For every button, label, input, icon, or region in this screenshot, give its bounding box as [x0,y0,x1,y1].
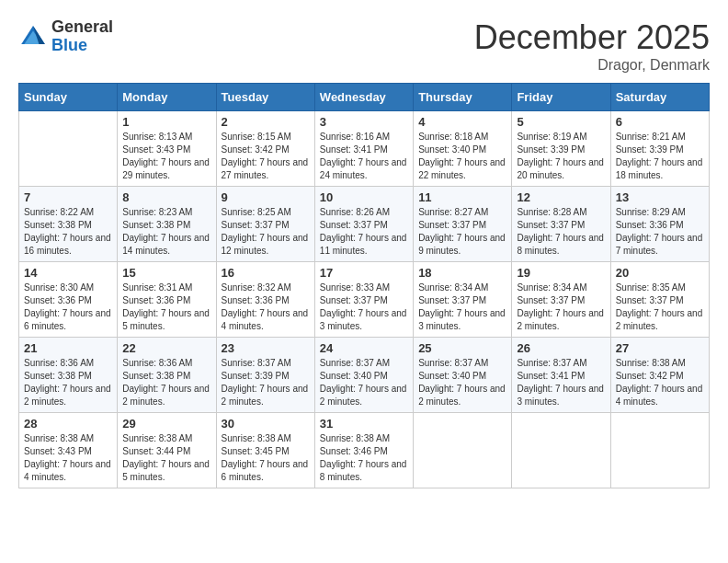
col-header-thursday: Thursday [414,84,512,111]
day-number: 30 [222,417,310,431]
day-info: Sunrise: 8:32 AMSunset: 3:36 PMDaylight:… [222,282,310,333]
calendar-cell: 26Sunrise: 8:37 AMSunset: 3:41 PMDayligh… [512,338,610,413]
calendar-cell: 27Sunrise: 8:38 AMSunset: 3:42 PMDayligh… [610,338,709,413]
calendar-cell: 23Sunrise: 8:37 AMSunset: 3:39 PMDayligh… [216,338,314,413]
day-number: 24 [320,341,408,355]
calendar-cell: 30Sunrise: 8:38 AMSunset: 3:45 PMDayligh… [216,413,314,488]
day-number: 20 [616,266,704,280]
day-info: Sunrise: 8:38 AMSunset: 3:44 PMDaylight:… [122,432,210,484]
calendar-cell: 12Sunrise: 8:28 AMSunset: 3:37 PMDayligh… [512,187,610,262]
day-number: 23 [222,341,310,355]
day-info: Sunrise: 8:16 AMSunset: 3:41 PMDaylight:… [320,131,408,182]
col-header-wednesday: Wednesday [314,84,413,111]
calendar-cell: 18Sunrise: 8:34 AMSunset: 3:37 PMDayligh… [414,262,512,338]
calendar-cell: 13Sunrise: 8:29 AMSunset: 3:36 PMDayligh… [610,187,709,262]
calendar-cell: 25Sunrise: 8:37 AMSunset: 3:40 PMDayligh… [414,338,512,413]
day-info: Sunrise: 8:15 AMSunset: 3:42 PMDaylight:… [222,131,310,182]
day-info: Sunrise: 8:21 AMSunset: 3:39 PMDaylight:… [616,131,704,182]
col-header-monday: Monday [118,84,216,111]
day-number: 2 [222,115,310,129]
calendar-cell: 5Sunrise: 8:19 AMSunset: 3:39 PMDaylight… [512,111,610,187]
day-number: 4 [418,115,506,129]
calendar-cell: 29Sunrise: 8:38 AMSunset: 3:44 PMDayligh… [118,413,216,488]
day-number: 13 [616,190,704,204]
day-number: 6 [616,115,704,129]
logo-icon [18,22,48,52]
calendar-cell: 22Sunrise: 8:36 AMSunset: 3:38 PMDayligh… [118,338,216,413]
col-header-sunday: Sunday [19,84,118,111]
week-row-3: 21Sunrise: 8:36 AMSunset: 3:38 PMDayligh… [19,338,710,413]
day-number: 15 [122,266,210,280]
calendar-cell: 8Sunrise: 8:23 AMSunset: 3:38 PMDaylight… [118,187,216,262]
col-header-friday: Friday [512,84,610,111]
calendar-cell: 24Sunrise: 8:37 AMSunset: 3:40 PMDayligh… [314,338,413,413]
logo-text: General Blue [51,18,113,55]
day-info: Sunrise: 8:36 AMSunset: 3:38 PMDaylight:… [122,357,210,408]
day-number: 22 [122,341,210,355]
day-info: Sunrise: 8:19 AMSunset: 3:39 PMDaylight:… [517,131,605,182]
day-number: 25 [418,341,506,355]
day-info: Sunrise: 8:25 AMSunset: 3:37 PMDaylight:… [222,206,310,258]
day-number: 1 [122,115,210,129]
day-info: Sunrise: 8:30 AMSunset: 3:36 PMDaylight:… [24,282,112,333]
day-number: 17 [320,266,408,280]
day-number: 31 [320,417,408,431]
page-header: General Blue December 2025 Dragor, Denma… [18,18,710,74]
calendar-cell: 3Sunrise: 8:16 AMSunset: 3:41 PMDaylight… [314,111,413,187]
week-row-0: 1Sunrise: 8:13 AMSunset: 3:43 PMDaylight… [19,111,710,187]
calendar-cell: 14Sunrise: 8:30 AMSunset: 3:36 PMDayligh… [19,262,118,338]
calendar-cell: 16Sunrise: 8:32 AMSunset: 3:36 PMDayligh… [216,262,314,338]
week-row-1: 7Sunrise: 8:22 AMSunset: 3:38 PMDaylight… [19,187,710,262]
calendar-cell [512,413,610,488]
day-info: Sunrise: 8:37 AMSunset: 3:40 PMDaylight:… [418,357,506,408]
day-info: Sunrise: 8:38 AMSunset: 3:45 PMDaylight:… [222,432,310,484]
calendar-cell: 2Sunrise: 8:15 AMSunset: 3:42 PMDaylight… [216,111,314,187]
day-number: 28 [24,417,112,431]
calendar-cell: 7Sunrise: 8:22 AMSunset: 3:38 PMDaylight… [19,187,118,262]
day-info: Sunrise: 8:34 AMSunset: 3:37 PMDaylight:… [517,282,605,333]
day-info: Sunrise: 8:37 AMSunset: 3:40 PMDaylight:… [320,357,408,408]
calendar-cell: 9Sunrise: 8:25 AMSunset: 3:37 PMDaylight… [216,187,314,262]
calendar-cell: 1Sunrise: 8:13 AMSunset: 3:43 PMDaylight… [118,111,216,187]
day-number: 14 [24,266,112,280]
day-info: Sunrise: 8:37 AMSunset: 3:39 PMDaylight:… [222,357,310,408]
day-info: Sunrise: 8:13 AMSunset: 3:43 PMDaylight:… [122,131,210,182]
day-number: 18 [418,266,506,280]
day-number: 5 [517,115,605,129]
day-number: 26 [517,341,605,355]
day-info: Sunrise: 8:37 AMSunset: 3:41 PMDaylight:… [517,357,605,408]
day-info: Sunrise: 8:26 AMSunset: 3:37 PMDaylight:… [320,206,408,258]
day-info: Sunrise: 8:36 AMSunset: 3:38 PMDaylight:… [24,357,112,408]
day-number: 10 [320,190,408,204]
calendar-cell [414,413,512,488]
header-row: SundayMondayTuesdayWednesdayThursdayFrid… [19,84,710,111]
calendar-cell: 10Sunrise: 8:26 AMSunset: 3:37 PMDayligh… [314,187,413,262]
day-number: 29 [122,417,210,431]
day-info: Sunrise: 8:38 AMSunset: 3:42 PMDaylight:… [616,357,704,408]
calendar-cell: 31Sunrise: 8:38 AMSunset: 3:46 PMDayligh… [314,413,413,488]
calendar-cell: 15Sunrise: 8:31 AMSunset: 3:36 PMDayligh… [118,262,216,338]
day-info: Sunrise: 8:31 AMSunset: 3:36 PMDaylight:… [122,282,210,333]
calendar-cell [19,111,118,187]
day-info: Sunrise: 8:35 AMSunset: 3:37 PMDaylight:… [616,282,704,333]
calendar-cell: 19Sunrise: 8:34 AMSunset: 3:37 PMDayligh… [512,262,610,338]
day-number: 12 [517,190,605,204]
week-row-4: 28Sunrise: 8:38 AMSunset: 3:43 PMDayligh… [19,413,710,488]
calendar-table: SundayMondayTuesdayWednesdayThursdayFrid… [18,83,710,488]
calendar-cell: 4Sunrise: 8:18 AMSunset: 3:40 PMDaylight… [414,111,512,187]
day-number: 11 [418,190,506,204]
day-number: 8 [122,190,210,204]
calendar-cell: 20Sunrise: 8:35 AMSunset: 3:37 PMDayligh… [610,262,709,338]
logo: General Blue [18,18,113,55]
week-row-2: 14Sunrise: 8:30 AMSunset: 3:36 PMDayligh… [19,262,710,338]
title-block: December 2025 Dragor, Denmark [474,18,710,74]
location: Dragor, Denmark [474,57,710,74]
day-number: 16 [222,266,310,280]
day-number: 9 [222,190,310,204]
col-header-tuesday: Tuesday [216,84,314,111]
day-info: Sunrise: 8:34 AMSunset: 3:37 PMDaylight:… [418,282,506,333]
day-info: Sunrise: 8:29 AMSunset: 3:36 PMDaylight:… [616,206,704,258]
calendar-cell: 6Sunrise: 8:21 AMSunset: 3:39 PMDaylight… [610,111,709,187]
calendar-cell: 11Sunrise: 8:27 AMSunset: 3:37 PMDayligh… [414,187,512,262]
day-info: Sunrise: 8:33 AMSunset: 3:37 PMDaylight:… [320,282,408,333]
